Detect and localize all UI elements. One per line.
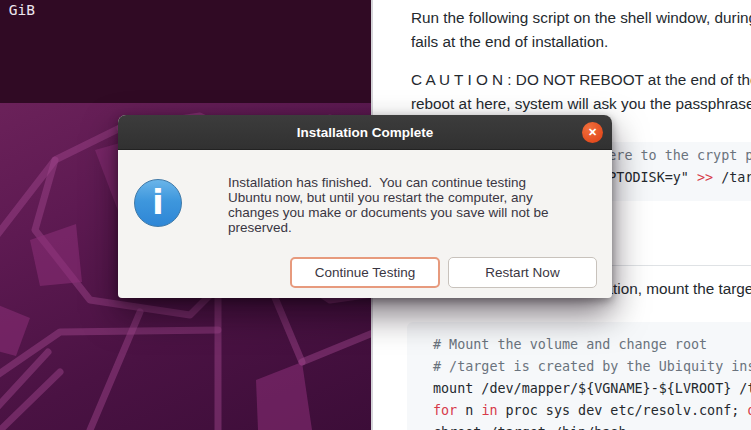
- dialog-installation-complete: Installation Complete ✕ i Installation h…: [118, 115, 612, 298]
- code-line: mount /dev/mapper/${VGNAME}-${LVROOT} /t…: [433, 378, 751, 400]
- paragraph-run-script: Run the following script on the shell wi…: [411, 6, 751, 53]
- code-line: # Mount the volume and change root: [433, 334, 751, 356]
- code-block-chroot: # Mount the volume and change root# /tar…: [407, 322, 751, 430]
- continue-testing-label: Continue Testing: [315, 265, 415, 280]
- text-line: reboot at here, system will ask you the …: [411, 92, 751, 116]
- restart-now-label: Restart Now: [485, 265, 559, 280]
- terminal-output: GiBRoo-bdv1-bH1x-NCuu-nBTA77re to the cr…: [0, 2, 371, 19]
- close-icon: ✕: [588, 127, 597, 138]
- code-line: # /target is created by the Ubiquity ins…: [433, 356, 751, 378]
- dialog-message: Installation has finished. You can conti…: [228, 175, 548, 235]
- dialog-title: Installation Complete: [297, 125, 434, 140]
- text-line: GiB: [0, 2, 371, 19]
- text-line: C A U T I O N : DO NOT REBOOT at the end…: [411, 68, 751, 92]
- text-line: Ubuntu now, but until you restart the co…: [228, 190, 548, 205]
- paragraph-caution: C A U T I O N : DO NOT REBOOT at the end…: [411, 68, 751, 115]
- info-icon-glyph: i: [152, 186, 163, 219]
- dialog-titlebar[interactable]: Installation Complete ✕: [118, 115, 612, 150]
- code-line: chroot /target /bin/bash: [433, 422, 751, 430]
- close-button[interactable]: ✕: [582, 122, 603, 143]
- info-icon: i: [134, 179, 182, 227]
- text-line: preserved.: [228, 220, 548, 235]
- text-line: Run the following script on the shell wi…: [411, 6, 751, 30]
- restart-now-button[interactable]: Restart Now: [448, 257, 597, 288]
- text-line: changes you make or documents you save w…: [228, 205, 548, 220]
- terminal-window[interactable]: GiBRoo-bdv1-bH1x-NCuu-nBTA77re to the cr…: [0, 0, 371, 103]
- text-line: fails at the end of installation.: [411, 30, 751, 54]
- continue-testing-button[interactable]: Continue Testing: [290, 257, 440, 288]
- text-line: Installation has finished. You can conti…: [228, 175, 548, 190]
- code-line: for n in proc sys dev etc/resolv.conf; d…: [433, 400, 751, 422]
